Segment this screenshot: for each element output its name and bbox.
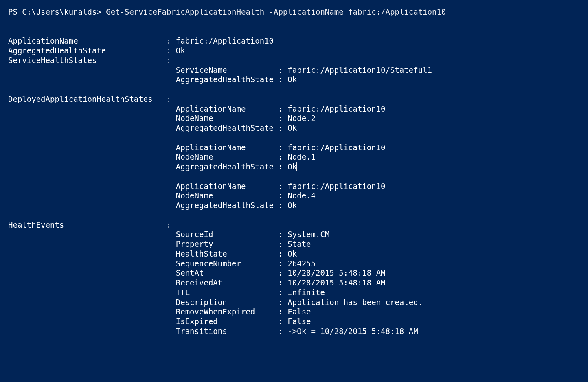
text-cursor xyxy=(296,162,297,171)
terminal-output[interactable]: PS C:\Users\kunalds> Get-ServiceFabricAp… xyxy=(0,0,588,344)
output-lines: ApplicationName : fabric:/Application10 … xyxy=(8,17,580,336)
prompt: PS C:\Users\kunalds> xyxy=(8,7,106,16)
command-line: Get-ServiceFabricApplicationHealth -Appl… xyxy=(106,7,446,16)
